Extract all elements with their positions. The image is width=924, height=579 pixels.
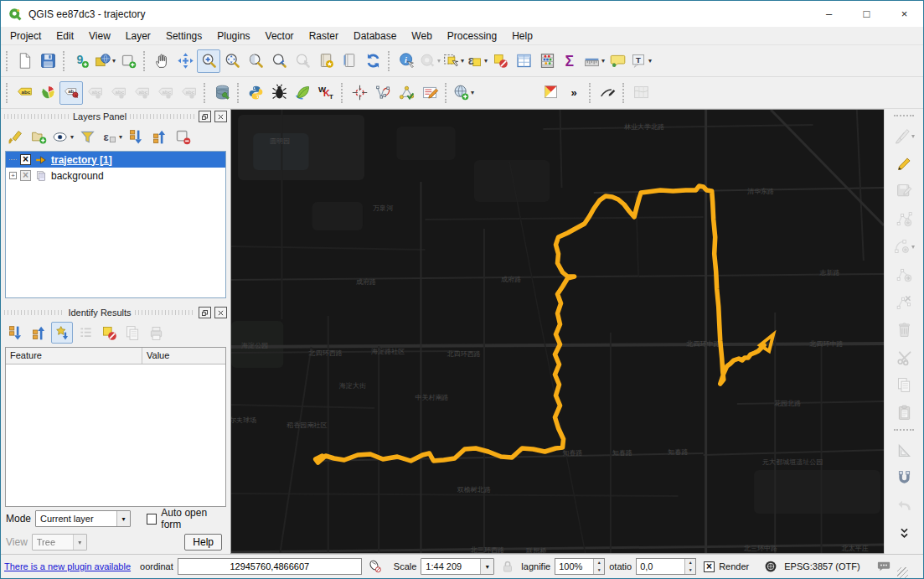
rotation-spin-buttons[interactable]: ▲▼ [684, 559, 695, 574]
menu-layer[interactable]: Layer [118, 28, 158, 44]
layer-labeling-icon[interactable] [13, 81, 36, 105]
toolbar-handle[interactable] [237, 83, 240, 103]
help-button[interactable]: Help [184, 534, 222, 551]
mode-combo-arrow[interactable]: ▾ [116, 511, 130, 526]
refresh-map-icon[interactable] [361, 49, 385, 73]
freehand-sketch-icon[interactable] [596, 81, 619, 105]
toolbar-handle[interactable] [6, 51, 9, 71]
toolbar-handle[interactable] [622, 83, 626, 103]
magnifier-spin-buttons[interactable]: ▲▼ [593, 559, 604, 574]
menu-database[interactable]: Database [346, 28, 404, 44]
clear-results-icon[interactable] [98, 322, 120, 344]
layer-diagram-icon[interactable] [36, 81, 59, 105]
deselect-features-icon[interactable] [488, 49, 512, 73]
map-canvas[interactable]: 圆明园万泉河海淀公园北四环西路海淀路社区北四环西路成府路成府路北四环中路北四环中… [230, 109, 884, 554]
float-panel-button[interactable] [199, 111, 211, 122]
measure-icon[interactable]: ▾ [582, 49, 606, 73]
show-sum-icon[interactable] [559, 49, 582, 73]
zoom-full-icon[interactable] [220, 49, 244, 73]
toolbar-handle[interactable] [445, 83, 448, 103]
menu-web[interactable]: Web [404, 28, 439, 44]
menu-settings[interactable]: Settings [158, 28, 209, 44]
show-bookmarks-icon[interactable] [338, 49, 361, 73]
toolbar-handle[interactable] [589, 83, 592, 103]
pan-to-selection-icon[interactable] [173, 49, 197, 73]
statistical-summary-icon[interactable] [535, 49, 559, 73]
pan-map-icon[interactable] [150, 49, 173, 73]
new-layout-icon[interactable] [116, 49, 140, 73]
menu-raster[interactable]: Raster [302, 28, 346, 44]
layer-visibility-checkbox[interactable]: × [20, 154, 31, 165]
toolbar-handle[interactable] [341, 83, 344, 103]
new-bookmark-icon[interactable] [314, 49, 338, 73]
gps-tools-icon[interactable] [348, 81, 371, 105]
scale-combo-arrow[interactable]: ▾ [480, 559, 493, 574]
coordinate-input[interactable] [178, 558, 362, 575]
collapse-tree-icon[interactable] [28, 322, 49, 344]
open-attribute-table-icon[interactable] [512, 49, 535, 73]
toolbar-handle[interactable] [63, 51, 66, 71]
remove-layer-icon[interactable] [172, 126, 194, 147]
form-annotation-icon[interactable] [418, 81, 441, 105]
mode-combo[interactable]: Current layer ▾ [35, 510, 131, 527]
close-panel-button[interactable] [214, 307, 227, 318]
menu-vector[interactable]: Vector [258, 28, 302, 44]
rotation-spinbox[interactable]: 0,0 ▲▼ [636, 558, 696, 575]
menu-view[interactable]: View [81, 28, 118, 44]
select-features-icon[interactable]: ▾ [441, 49, 465, 73]
expander-icon[interactable]: + [9, 172, 17, 179]
identify-features-icon[interactable] [395, 49, 418, 73]
menu-plugins[interactable]: Plugins [209, 28, 257, 44]
save-project-icon[interactable] [36, 49, 59, 73]
identify-panel-titlebar[interactable]: Identify Results [1, 305, 230, 320]
snapping-options-icon[interactable] [892, 465, 916, 491]
column-header-feature[interactable]: Feature [6, 348, 142, 364]
metasearch-icon[interactable] [291, 81, 314, 105]
plugin-builder-icon[interactable] [267, 81, 291, 105]
menu-project[interactable]: Project [3, 28, 49, 44]
layer-item-background[interactable]: +×background [6, 168, 225, 184]
filter-expression-icon[interactable]: ▾ [100, 126, 123, 147]
expand-all-icon[interactable] [125, 126, 147, 147]
wkt-plugin-icon[interactable] [314, 81, 338, 105]
messages-icon[interactable] [875, 557, 893, 576]
manage-visibility-icon[interactable]: ▾ [51, 126, 75, 147]
check-geometries-icon[interactable] [371, 81, 395, 105]
quickmap-flag-icon[interactable] [539, 81, 562, 105]
close-button[interactable]: × [885, 1, 923, 27]
close-panel-button[interactable] [214, 111, 227, 122]
collapse-all-icon[interactable] [148, 126, 170, 147]
expand-tree-icon[interactable] [4, 322, 26, 344]
toolbar-handle[interactable] [894, 429, 914, 432]
maximize-button[interactable]: □ [848, 1, 885, 27]
new-geopackage-icon[interactable] [70, 49, 93, 73]
new-plugin-link[interactable]: There is a new plugin available [4, 561, 131, 571]
more-tools-icon[interactable] [892, 520, 916, 546]
add-group-icon[interactable] [28, 126, 49, 147]
magnifier-spinbox[interactable]: 100% ▲▼ [555, 558, 605, 575]
select-by-expression-icon[interactable]: ▾ [465, 49, 488, 73]
float-panel-button[interactable] [199, 307, 211, 318]
resize-grip[interactable] [897, 567, 908, 578]
layer-item-trajectory-1-[interactable]: ×trajectory [1] [6, 152, 225, 168]
mouse-extents-icon[interactable] [366, 557, 385, 576]
toolbar-overflow-icon[interactable]: » [562, 81, 586, 105]
zoom-to-selection-icon[interactable] [244, 49, 267, 73]
expand-new-results-icon[interactable] [51, 322, 73, 344]
db-manager-icon[interactable] [210, 81, 234, 105]
layers-tree[interactable]: ×trajectory [1]+×background [5, 151, 226, 298]
map-tips-icon[interactable] [606, 49, 629, 73]
minimize-button[interactable]: – [810, 1, 848, 27]
menu-processing[interactable]: Processing [440, 28, 504, 44]
auto-open-form-checkbox[interactable]: × [147, 514, 157, 525]
toolbar-handle[interactable] [143, 51, 147, 71]
render-checkbox[interactable]: × [704, 561, 715, 572]
zoom-in-icon[interactable] [197, 49, 220, 73]
toolbar-handle[interactable] [388, 51, 391, 71]
new-project-icon[interactable] [13, 49, 36, 73]
zoom-last-icon[interactable] [267, 49, 291, 73]
toolbar-handle[interactable] [894, 115, 914, 118]
topology-checker-icon[interactable] [395, 81, 418, 105]
toolbar-handle[interactable] [204, 83, 207, 103]
layer-visibility-checkbox[interactable]: × [20, 170, 31, 181]
